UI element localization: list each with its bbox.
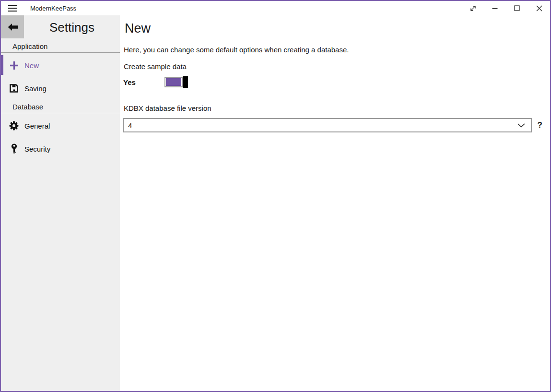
window-controls (462, 1, 550, 15)
plus-icon (8, 61, 20, 70)
gear-icon (8, 121, 20, 131)
app-body: Settings Application New (1, 15, 550, 391)
back-arrow-icon (7, 23, 18, 31)
kdbx-version-dropdown[interactable]: 4 (123, 118, 532, 132)
close-icon (536, 5, 542, 12)
enter-fullscreen-button[interactable] (462, 1, 484, 15)
toggle-fill (166, 78, 181, 86)
diagonal-resize-icon (469, 5, 477, 12)
chevron-down-icon (517, 123, 525, 128)
sidebar-header: Settings (1, 15, 120, 39)
section-label-database: Database (1, 103, 120, 113)
hamburger-icon (8, 5, 17, 12)
sample-data-toggle[interactable] (164, 76, 188, 88)
back-button[interactable] (1, 15, 24, 38)
toggle-state-label: Yes (123, 78, 164, 86)
app-title: ModernKeePass (30, 5, 76, 12)
close-button[interactable] (528, 1, 550, 15)
sample-data-toggle-row: Yes (123, 76, 543, 88)
kdbx-version-label: KDBX database file version (124, 104, 543, 112)
minimize-button[interactable] (484, 1, 506, 15)
app-window: ModernKeePass (0, 0, 551, 392)
section-label-application: Application (1, 42, 120, 53)
sidebar-item-saving[interactable]: Saving (1, 77, 120, 100)
sidebar-item-security[interactable]: Security (1, 137, 120, 160)
kdbx-version-row: 4 ? (123, 118, 543, 132)
sidebar: Settings Application New (1, 15, 120, 391)
titlebar: ModernKeePass (1, 1, 550, 15)
sidebar-item-new[interactable]: New (1, 54, 120, 77)
sidebar-item-label: Saving (24, 84, 47, 93)
create-sample-data-label: Create sample data (124, 62, 543, 71)
page-title: New (125, 21, 543, 36)
toggle-knob (183, 76, 188, 88)
minimize-icon (492, 5, 498, 11)
kdbx-version-value: 4 (128, 121, 517, 130)
key-icon (8, 143, 20, 154)
maximize-button[interactable] (506, 1, 528, 15)
hamburger-menu-button[interactable] (1, 1, 24, 15)
page-description: Here, you can change some default option… (124, 46, 543, 54)
save-icon (8, 84, 20, 93)
toggle-track (164, 77, 183, 87)
sidebar-item-label: Security (24, 145, 50, 153)
sidebar-item-general[interactable]: General (1, 114, 120, 137)
main-content: New Here, you can change some default op… (120, 15, 550, 391)
sidebar-item-label: New (24, 61, 39, 70)
sidebar-item-label: General (24, 122, 50, 130)
help-button[interactable]: ? (538, 120, 542, 130)
settings-heading: Settings (24, 15, 120, 39)
maximize-icon (514, 5, 520, 11)
